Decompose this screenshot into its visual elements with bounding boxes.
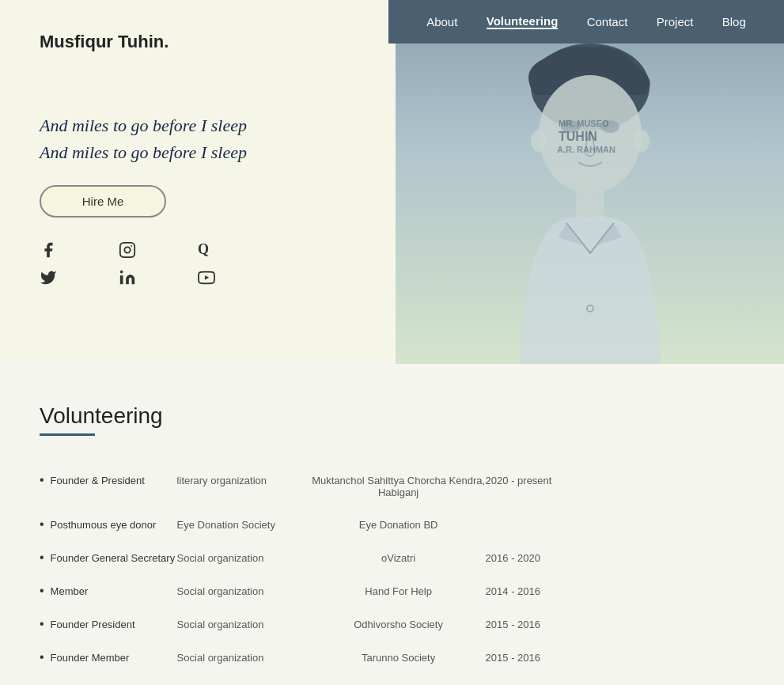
svg-point-1 — [124, 247, 130, 252]
tagline-2: And miles to go before I sleep — [40, 142, 356, 163]
vol-org: Tarunno Society — [312, 652, 486, 664]
svg-text:A.R. RAHMAN: A.R. RAHMAN — [557, 145, 615, 154]
vol-org: Muktanchol Sahittya Chorcha Kendra, Habi… — [312, 475, 486, 498]
vol-type: literary organization — [177, 475, 312, 486]
twitter-icon[interactable] — [40, 269, 79, 290]
vol-type: Social organization — [177, 619, 312, 630]
vol-list-item: Founder & President literary organizatio… — [40, 464, 744, 508]
portrait-svg: MR. MUSEO TUHIN A.R. RAHMAN — [456, 24, 725, 364]
volunteering-list: Founder & President literary organizatio… — [40, 464, 744, 685]
section-underline — [40, 433, 95, 436]
vol-period: 2020 - present — [486, 475, 552, 486]
youtube-icon[interactable] — [198, 269, 237, 290]
vol-role: Founder & President — [51, 475, 177, 486]
vol-org: Odhivorsho Society — [312, 619, 486, 630]
vol-org: oVizatri — [312, 552, 486, 564]
svg-point-15 — [531, 130, 547, 152]
svg-rect-3 — [120, 275, 123, 284]
instagram-icon[interactable] — [119, 241, 158, 263]
svg-point-4 — [120, 271, 123, 274]
hero-portrait: MR. MUSEO TUHIN A.R. RAHMAN — [396, 0, 784, 364]
tagline-1: And miles to go before I sleep — [40, 115, 356, 136]
main-content: Volunteering Founder & President literar… — [0, 364, 784, 685]
vol-type: Social organization — [177, 652, 312, 664]
vol-list-item: Founder General Secretary Social organiz… — [40, 541, 744, 574]
nav-about[interactable]: About — [426, 15, 457, 28]
vol-list-item: Member Social organization Hand For Help… — [40, 574, 744, 607]
svg-marker-5 — [205, 275, 209, 280]
volunteering-title: Volunteering — [40, 403, 744, 429]
vol-list-item: Founder Member Social organization Tarun… — [40, 641, 744, 674]
nav-project[interactable]: Project — [657, 15, 694, 28]
navigation: About Volunteering Contact Project Blog — [388, 0, 784, 44]
vol-type: Eye Donation Society — [177, 519, 312, 531]
vol-role: Member — [51, 585, 177, 597]
vol-role: Founder President — [51, 619, 177, 630]
vol-role: Founder General Secretary — [51, 552, 177, 564]
vol-period: 2015 - 2016 — [486, 652, 540, 664]
hire-me-button[interactable]: Hire Me — [40, 185, 166, 218]
nav-volunteering[interactable]: Volunteering — [487, 14, 559, 29]
vol-role: Founder Member — [51, 652, 177, 664]
vol-org: Eye Donation BD — [312, 519, 486, 531]
vol-type: Social organization — [177, 585, 312, 597]
vol-role: Posthumous eye donor — [51, 519, 177, 531]
vol-org: Hand For Help — [312, 585, 486, 597]
svg-rect-0 — [120, 243, 134, 257]
nav-contact[interactable]: Contact — [587, 15, 628, 28]
vol-period: 2014 - 2016 — [486, 585, 540, 597]
svg-text:MR. MUSEO: MR. MUSEO — [559, 119, 609, 128]
vol-list-item: Founder President Social organization Od… — [40, 607, 744, 641]
hero-section: Musfiqur Tuhin. And miles to go before I… — [0, 0, 784, 364]
svg-point-16 — [634, 130, 650, 152]
social-icons-grid: Q — [40, 241, 356, 290]
facebook-icon[interactable] — [40, 241, 79, 263]
linkedin-icon[interactable] — [119, 269, 158, 290]
nav-blog[interactable]: Blog — [722, 15, 746, 28]
vol-period: 2015 - 2016 — [486, 619, 540, 630]
quora-icon[interactable]: Q — [198, 241, 237, 263]
svg-point-2 — [131, 245, 132, 247]
svg-text:TUHIN: TUHIN — [559, 130, 597, 143]
site-title: Musfiqur Tuhin. — [40, 32, 356, 52]
vol-list-item: Founder Member Social organization Swopn… — [40, 674, 744, 685]
vol-period: 2016 - 2020 — [486, 552, 540, 564]
vol-type: Social organization — [177, 552, 312, 564]
hero-left: Musfiqur Tuhin. And miles to go before I… — [0, 0, 396, 364]
vol-list-item: Posthumous eye donor Eye Donation Societ… — [40, 508, 744, 541]
